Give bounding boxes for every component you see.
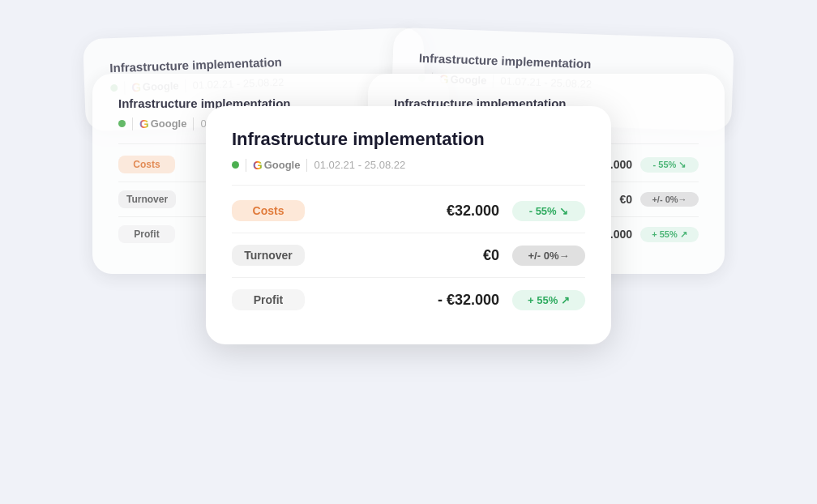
front-meta: G Google 01.02.21 - 25.08.22 xyxy=(232,158,585,172)
status-dot xyxy=(118,120,126,127)
divider xyxy=(306,159,307,172)
front-header: Infrastructure implementation G Google 0… xyxy=(232,129,585,172)
divider xyxy=(246,159,246,172)
costs-badge: Costs xyxy=(118,156,175,173)
turnover-badge: Turnover xyxy=(118,190,176,208)
front-profit-amount: - €32.000 xyxy=(305,292,499,309)
divider xyxy=(132,117,133,130)
back-left-title: Infrastructure implementation xyxy=(109,51,398,75)
profit-badge: Profit xyxy=(118,225,175,243)
cards-container: Infrastructure implementation G Google 0… xyxy=(76,25,741,479)
status-dot-front xyxy=(232,161,239,169)
costs-change: - 55% ↘ xyxy=(640,157,699,173)
front-costs-row: Costs €32.000 - 55% ↘ xyxy=(232,189,585,233)
front-profit-row: Profit - €32.000 + 55% ↗ xyxy=(232,277,585,322)
front-costs-badge: Costs xyxy=(232,200,305,221)
front-costs-amount: €32.000 xyxy=(305,203,499,220)
front-title: Infrastructure implementation xyxy=(232,129,585,150)
front-date: 01.02.21 - 25.08.22 xyxy=(314,159,405,171)
front-profit-change: + 55% ↗ xyxy=(512,290,585,310)
front-profit-badge: Profit xyxy=(232,289,305,310)
turnover-change: +/- 0%→ xyxy=(640,192,699,207)
front-turnover-change: +/- 0%→ xyxy=(512,246,585,266)
card-front: Infrastructure implementation G Google 0… xyxy=(206,106,611,344)
front-turnover-row: Turnover €0 +/- 0%→ xyxy=(232,233,585,277)
divider xyxy=(193,117,194,130)
back-right-title: Infrastructure implementation xyxy=(419,51,708,75)
front-costs-change: - 55% ↘ xyxy=(512,201,585,221)
front-divider xyxy=(232,185,585,186)
front-turnover-amount: €0 xyxy=(305,247,499,264)
front-turnover-badge: Turnover xyxy=(232,245,305,266)
google-logo: G Google xyxy=(139,117,186,130)
google-logo-front: G Google xyxy=(253,158,300,172)
profit-change: + 55% ↗ xyxy=(640,227,699,242)
